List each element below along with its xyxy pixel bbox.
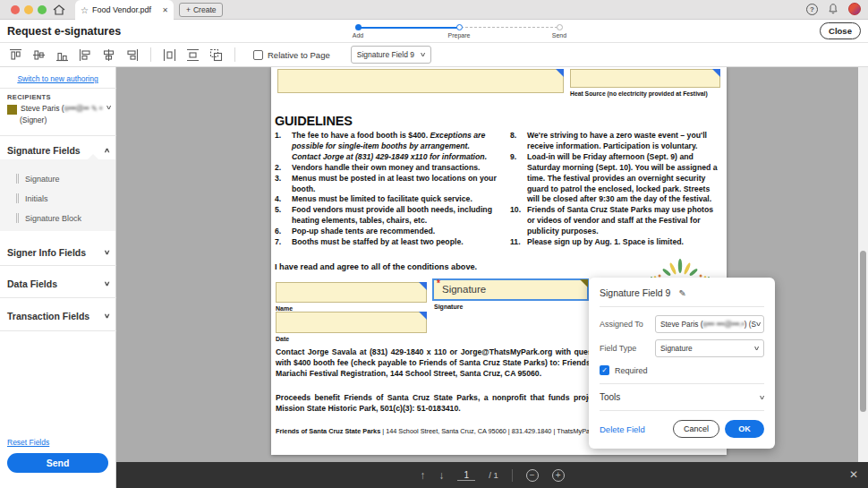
align-bottom-icon[interactable] xyxy=(55,47,70,63)
guidelines-list: 1.The fee to have a food booth is $400. … xyxy=(275,131,722,248)
drag-handle-icon[interactable] xyxy=(16,193,19,203)
list-item: 2.Vendors handle their own money and tra… xyxy=(275,163,498,174)
field-item-initials[interactable]: Initials xyxy=(16,193,48,203)
ok-button[interactable]: OK xyxy=(725,420,764,438)
alignment-toolbar: Relative to Page Signature Field 9 ∨ xyxy=(0,43,868,67)
window-controls xyxy=(11,5,47,14)
create-button[interactable]: + Create xyxy=(179,3,223,17)
form-field-name[interactable] xyxy=(276,282,427,303)
list-item: 1.The fee to have a food booth is $400. … xyxy=(275,131,498,163)
bottom-bar: ↑ ↓ 1 / 1 − + ✕ xyxy=(116,462,868,488)
header: Request e-signatures Add Prepare Send Cl… xyxy=(0,20,868,43)
list-item: 4.Menus must be limited to facilitate qu… xyxy=(275,194,498,205)
switch-authoring-link[interactable]: Switch to new authoring xyxy=(0,74,115,83)
tab-close-icon[interactable]: ✕ xyxy=(162,6,168,14)
checkbox-icon[interactable] xyxy=(253,50,263,60)
step-dot-send xyxy=(557,24,563,30)
match-size-icon[interactable] xyxy=(208,47,224,63)
zoom-in-icon[interactable]: + xyxy=(552,469,565,482)
date-label: Date xyxy=(276,336,289,342)
divider xyxy=(0,330,116,331)
zoom-out-icon[interactable]: − xyxy=(526,469,539,482)
minimize-window-button[interactable] xyxy=(24,5,33,14)
festival-logo-decoration xyxy=(645,257,715,278)
field-item-signature-block[interactable]: Signature Block xyxy=(16,213,81,223)
distribute-vertical-icon[interactable] xyxy=(185,47,200,63)
recipient-row[interactable]: Steve Paris (s•••@•• ✎ • ∨ xyxy=(7,104,111,115)
help-icon[interactable]: ? xyxy=(806,4,818,15)
divider xyxy=(0,88,116,89)
field-selector-dropdown[interactable]: Signature Field 9 ∨ xyxy=(351,46,431,64)
star-icon[interactable]: ☆ xyxy=(81,5,89,15)
align-horizontal-center-icon[interactable] xyxy=(101,47,116,63)
tab-title: Food Vendor.pdf xyxy=(92,5,158,14)
field-type-dropdown[interactable]: Signature ∨ xyxy=(655,339,764,357)
divider xyxy=(0,297,116,298)
align-left-icon[interactable] xyxy=(78,47,93,63)
signature-fields-panel: Signature Initials Signature Block xyxy=(0,159,115,231)
chevron-up-icon: ∧ xyxy=(104,147,111,154)
popup-title: Signature Field 9 xyxy=(600,287,670,298)
list-item: 11.Please sign up by Aug. 1. Space is li… xyxy=(510,237,722,248)
field-item-signature[interactable]: Signature xyxy=(16,174,60,184)
sidebar: Switch to new authoring RECIPIENTS Steve… xyxy=(0,67,116,488)
close-button[interactable]: Close xyxy=(820,22,861,39)
zoom-window-button[interactable] xyxy=(38,5,47,14)
recipient-name: Steve Paris (s•••@•• ✎ • xyxy=(21,104,102,114)
align-right-icon[interactable] xyxy=(124,47,140,63)
signature-label: Signature xyxy=(434,304,463,310)
drag-handle-icon[interactable] xyxy=(16,174,19,184)
document-tab[interactable]: ☆ Food Vendor.pdf ✕ xyxy=(75,0,174,20)
field-corner xyxy=(556,69,564,77)
step-dot-add xyxy=(355,24,362,30)
distribute-horizontal-icon[interactable] xyxy=(162,47,177,63)
drag-handle-icon[interactable] xyxy=(16,213,19,223)
reset-fields-link[interactable]: Reset Fields xyxy=(7,438,49,447)
required-asterisk: * xyxy=(437,278,440,288)
page-number-input[interactable]: 1 xyxy=(457,470,475,481)
next-page-icon[interactable]: ↓ xyxy=(438,469,444,482)
form-field-heat-source[interactable] xyxy=(570,69,720,88)
signature-field-text: Signature xyxy=(442,284,486,295)
divider xyxy=(600,410,764,411)
delete-field-link[interactable]: Delete Field xyxy=(600,424,645,434)
required-checkbox-row[interactable]: ✓ Required xyxy=(600,365,764,375)
close-window-button[interactable] xyxy=(11,5,20,14)
chevron-down-icon: ∨ xyxy=(759,394,766,401)
field-selector-value: Signature Field 9 xyxy=(357,50,414,59)
section-label: Data Fields xyxy=(7,278,57,289)
list-item: 5.Food vendors must provide all booth ne… xyxy=(275,205,498,227)
divider xyxy=(512,469,513,482)
list-item: 7.Booths must be staffed by at least two… xyxy=(275,237,498,248)
vertical-scrollbar[interactable] xyxy=(858,67,868,462)
section-transaction-fields[interactable]: Transaction Fields ∨ xyxy=(7,311,109,321)
chevron-down-icon[interactable]: ∨ xyxy=(106,104,113,111)
relative-to-page-checkbox[interactable]: Relative to Page xyxy=(253,50,330,60)
align-vertical-center-icon[interactable] xyxy=(31,47,47,63)
assigned-to-dropdown[interactable]: Steve Paris (s••• •••@•••.•) (S ∨ xyxy=(655,315,764,333)
checked-checkbox-icon[interactable]: ✓ xyxy=(600,365,609,375)
agree-line: I have read and agree to all of the cond… xyxy=(275,262,477,271)
list-item: 6.Pop-up shade tents are recommended. xyxy=(275,227,498,237)
send-button[interactable]: Send xyxy=(7,453,108,473)
signature-field-selected[interactable]: * Signature xyxy=(432,278,589,301)
field-corner xyxy=(580,279,588,287)
progress-line-upcoming xyxy=(461,27,557,28)
close-toolbar-icon[interactable]: ✕ xyxy=(849,468,858,481)
tools-expander[interactable]: Tools ∨ xyxy=(600,392,764,402)
divider xyxy=(600,306,764,307)
edit-pencil-icon[interactable]: ✎ xyxy=(678,288,685,298)
section-signer-info-fields[interactable]: Signer Info Fields ∨ xyxy=(7,247,109,258)
form-field-date[interactable] xyxy=(276,312,427,333)
guidelines-heading: GUIDELINES xyxy=(275,114,353,128)
notifications-bell-icon[interactable] xyxy=(827,3,839,15)
cancel-button[interactable]: Cancel xyxy=(673,420,719,438)
align-top-icon[interactable] xyxy=(8,47,23,63)
field-properties-popup: Signature Field 9 ✎ Assigned To Steve Pa… xyxy=(589,278,775,449)
user-avatar[interactable] xyxy=(848,3,861,15)
scrollbar-thumb[interactable] xyxy=(860,251,866,412)
section-data-fields[interactable]: Data Fields ∨ xyxy=(7,278,109,289)
home-icon[interactable] xyxy=(52,3,68,17)
form-field-top[interactable] xyxy=(277,69,564,93)
previous-page-icon[interactable]: ↑ xyxy=(420,469,425,482)
